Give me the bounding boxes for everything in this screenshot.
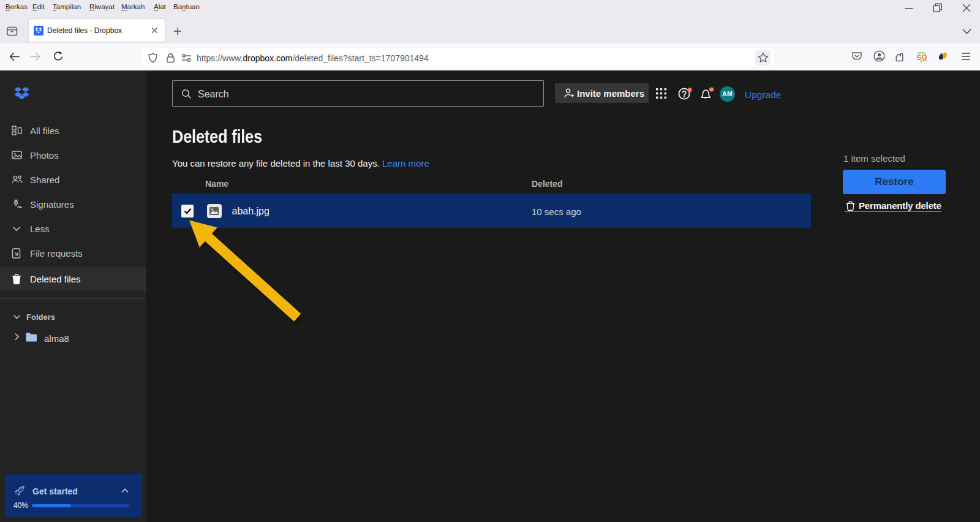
svg-text:SQ: SQ: [916, 53, 927, 61]
